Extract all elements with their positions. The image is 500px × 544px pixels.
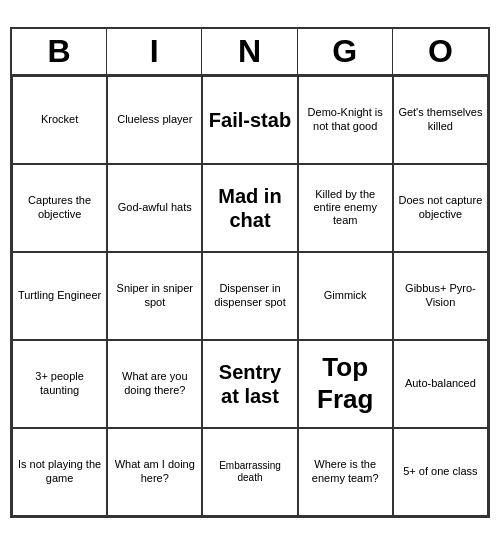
bingo-cell-2: Fail-stab <box>202 76 297 164</box>
bingo-cell-13: Gimmick <box>298 252 393 340</box>
cell-text-22: Embarrassing death <box>207 460 292 484</box>
bingo-cell-22: Embarrassing death <box>202 428 297 516</box>
bingo-cell-18: Top Frag <box>298 340 393 428</box>
cell-text-16: What are you doing there? <box>112 370 197 396</box>
header-letter-g: G <box>298 29 393 74</box>
header-letter-n: N <box>202 29 297 74</box>
cell-text-17: Sentry at last <box>207 360 292 408</box>
cell-text-9: Does not capture objective <box>398 194 483 220</box>
header-letter-b: B <box>12 29 107 74</box>
header-letter-i: I <box>107 29 202 74</box>
bingo-cell-19: Auto-balanced <box>393 340 488 428</box>
cell-text-11: Sniper in sniper spot <box>112 282 197 308</box>
bingo-cell-9: Does not capture objective <box>393 164 488 252</box>
bingo-cell-5: Captures the objective <box>12 164 107 252</box>
bingo-cell-23: Where is the enemy team? <box>298 428 393 516</box>
cell-text-3: Demo-Knight is not that good <box>303 106 388 132</box>
cell-text-15: 3+ people taunting <box>17 370 102 396</box>
bingo-card: BINGO KrocketClueless playerFail-stabDem… <box>10 27 490 518</box>
cell-text-6: God-awful hats <box>118 201 192 214</box>
cell-text-10: Turtling Engineer <box>18 289 101 302</box>
bingo-cell-6: God-awful hats <box>107 164 202 252</box>
bingo-header: BINGO <box>12 29 488 76</box>
cell-text-1: Clueless player <box>117 113 192 126</box>
cell-text-21: What am I doing here? <box>112 458 197 484</box>
cell-text-14: Gibbus+ Pyro-Vision <box>398 282 483 308</box>
bingo-cell-7: Mad in chat <box>202 164 297 252</box>
cell-text-7: Mad in chat <box>207 184 292 232</box>
header-letter-o: O <box>393 29 488 74</box>
bingo-cell-8: Killed by the entire enemy team <box>298 164 393 252</box>
bingo-cell-14: Gibbus+ Pyro-Vision <box>393 252 488 340</box>
bingo-grid: KrocketClueless playerFail-stabDemo-Knig… <box>12 76 488 516</box>
bingo-cell-15: 3+ people taunting <box>12 340 107 428</box>
bingo-cell-17: Sentry at last <box>202 340 297 428</box>
bingo-cell-11: Sniper in sniper spot <box>107 252 202 340</box>
cell-text-13: Gimmick <box>324 289 367 302</box>
cell-text-4: Get's themselves killed <box>398 106 483 132</box>
cell-text-19: Auto-balanced <box>405 377 476 390</box>
cell-text-23: Where is the enemy team? <box>303 458 388 484</box>
bingo-cell-3: Demo-Knight is not that good <box>298 76 393 164</box>
cell-text-2: Fail-stab <box>209 108 291 132</box>
cell-text-24: 5+ of one class <box>403 465 477 478</box>
cell-text-8: Killed by the entire enemy team <box>303 188 388 228</box>
cell-text-5: Captures the objective <box>17 194 102 220</box>
bingo-cell-24: 5+ of one class <box>393 428 488 516</box>
cell-text-18: Top Frag <box>303 352 388 414</box>
bingo-cell-1: Clueless player <box>107 76 202 164</box>
bingo-cell-21: What am I doing here? <box>107 428 202 516</box>
cell-text-20: Is not playing the game <box>17 458 102 484</box>
bingo-cell-16: What are you doing there? <box>107 340 202 428</box>
bingo-cell-0: Krocket <box>12 76 107 164</box>
cell-text-12: Dispenser in dispenser spot <box>207 282 292 308</box>
bingo-cell-20: Is not playing the game <box>12 428 107 516</box>
bingo-cell-4: Get's themselves killed <box>393 76 488 164</box>
cell-text-0: Krocket <box>41 113 78 126</box>
bingo-cell-12: Dispenser in dispenser spot <box>202 252 297 340</box>
bingo-cell-10: Turtling Engineer <box>12 252 107 340</box>
